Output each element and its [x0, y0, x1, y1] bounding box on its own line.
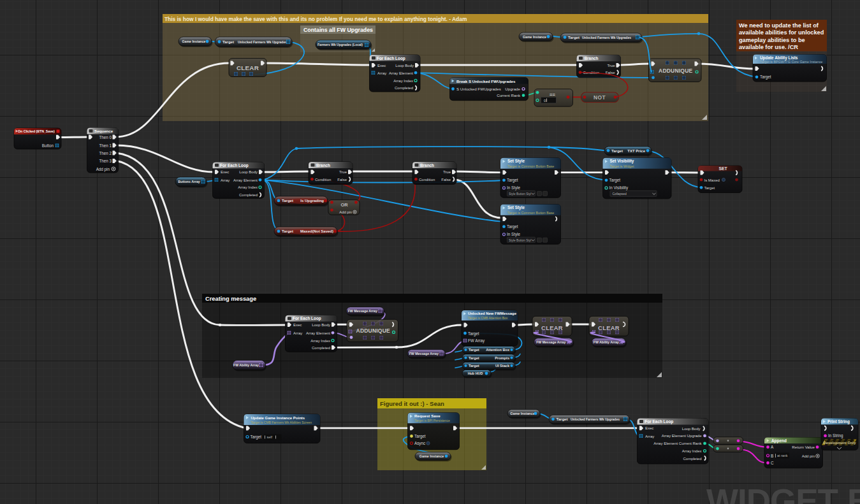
svg-text:Unlocked Farmers Wk Upgrades: Unlocked Farmers Wk Upgrades — [238, 40, 287, 44]
svg-text:CLEAR: CLEAR — [598, 324, 620, 331]
svg-text:FW Message Array: FW Message Array — [536, 340, 565, 344]
svg-text:Development Only: Development Only — [824, 441, 857, 445]
svg-text:Set Style: Set Style — [507, 205, 525, 210]
svg-text:Loop Body: Loop Body — [682, 427, 701, 431]
svg-text:Style Button Styl: Style Button Styl — [509, 239, 531, 242]
svg-text:Creating message: Creating message — [205, 296, 256, 302]
svg-text:Figured it out :) - Sean: Figured it out :) - Sean — [380, 400, 444, 407]
svg-text:S Unlocked FWUpgrades: S Unlocked FWUpgrades — [456, 87, 501, 91]
svg-text:Button: Button — [42, 143, 54, 148]
svg-text:Target: Target — [414, 434, 426, 439]
svg-text:Target: Target — [507, 178, 518, 183]
svg-text:Branch: Branch — [316, 163, 330, 168]
svg-text:FW Ability Array: FW Ability Array — [594, 340, 619, 344]
svg-text:Upgrade: Upgrade — [505, 87, 520, 91]
svg-text:available abilities for unlock: available abilities for unlocked — [739, 29, 824, 36]
svg-text:TXT Price: TXT Price — [627, 149, 645, 153]
svg-text:Branch: Branch — [585, 56, 599, 61]
svg-text:ADDUNIQUE: ADDUNIQUE — [356, 328, 390, 334]
svg-text:Collapsed: Collapsed — [613, 192, 627, 196]
svg-text:ADDUNIQUE: ADDUNIQUE — [659, 68, 692, 74]
svg-text:Array Index: Array Index — [310, 339, 330, 343]
svg-text:Target is BPGWT/ G Core Game I: Target is BPGWT/ G Core Game Instance — [760, 60, 822, 64]
svg-text:In Style: In Style — [507, 232, 520, 237]
svg-text:True: True — [443, 170, 451, 174]
svg-text:C: C — [771, 461, 774, 465]
svg-text:Exec: Exec — [377, 64, 386, 68]
svg-text:Buttons Array: Buttons Array — [178, 180, 200, 184]
svg-text:Attention Box: Attention Box — [486, 348, 510, 352]
svg-text:Request Save: Request Save — [414, 414, 441, 418]
svg-text:Array: Array — [221, 178, 230, 182]
svg-text:Array Element: Array Element — [306, 331, 330, 335]
svg-text:Target is BPI Persistence: Target is BPI Persistence — [414, 419, 450, 422]
svg-text:Add pin: Add pin — [96, 167, 110, 172]
svg-text:Target is Common Button Base: Target is Common Button Base — [507, 211, 554, 215]
svg-text:Target: Target — [282, 199, 293, 203]
svg-text:WIDGET: WIDGET — [706, 482, 838, 504]
svg-text:Then 2: Then 2 — [99, 151, 112, 155]
svg-text:Game Instance: Game Instance — [510, 412, 534, 415]
svg-text:FW Ability Array: FW Ability Array — [233, 363, 259, 367]
svg-text:Game Instance: Game Instance — [182, 40, 206, 43]
svg-text:Array Element: Array Element — [389, 71, 413, 75]
svg-text:Target: Target — [568, 36, 579, 40]
svg-text:Array: Array — [377, 71, 386, 75]
svg-text:Loop Body: Loop Body — [312, 323, 330, 327]
svg-text:Completed: Completed — [312, 346, 330, 350]
svg-text:Update Game Instance Points: Update Game Instance Points — [251, 416, 305, 420]
svg-text:Target: Target — [507, 224, 518, 229]
svg-text:Array Index: Array Index — [393, 79, 413, 83]
svg-text:Completed: Completed — [683, 457, 701, 461]
svg-text:This is how I would have make: This is how I would have make the save w… — [164, 16, 467, 22]
svg-text:B: B — [771, 454, 773, 458]
svg-text:Target is CMB Farmers Wk Abili: Target is CMB Farmers Wk Abilities Scree… — [251, 421, 312, 424]
svg-text:We need to update the list of: We need to update the list of — [739, 22, 819, 29]
svg-text:Target: Target — [222, 40, 234, 44]
svg-text:Update Ability Lists: Update Ability Lists — [760, 55, 798, 61]
svg-text:Target: Target — [468, 331, 479, 336]
svg-text:Target: Target — [704, 186, 715, 190]
svg-text:self: self — [267, 435, 273, 439]
svg-text:OR: OR — [340, 202, 348, 208]
svg-text:Completed: Completed — [239, 193, 258, 197]
svg-text:True: True — [607, 64, 615, 68]
svg-text:Exec: Exec — [221, 170, 229, 174]
svg-text:Is Upgrading: Is Upgrading — [300, 199, 324, 203]
svg-text:Array Index: Array Index — [238, 185, 258, 189]
svg-text:Is Maxed: Is Maxed — [704, 178, 720, 182]
svg-text:Current Rank: Current Rank — [497, 93, 521, 97]
svg-text:Break S Unlocked FWUpgrades: Break S Unlocked FWUpgrades — [456, 79, 516, 83]
svg-text:NOT: NOT — [594, 94, 606, 101]
svg-text:In Style: In Style — [507, 185, 520, 191]
svg-text:Print String: Print String — [827, 419, 850, 424]
svg-text:Maxed(Not Saved): Maxed(Not Saved) — [300, 229, 333, 233]
svg-text:Array Element Upgrade: Array Element Upgrade — [662, 434, 702, 438]
svg-text:Return Value: Return Value — [792, 445, 815, 449]
svg-text:Target: Target — [282, 229, 293, 233]
svg-text:Completed: Completed — [395, 86, 413, 90]
svg-text:Then 3: Then 3 — [99, 159, 112, 163]
svg-text:Prompts: Prompts — [495, 356, 509, 360]
svg-text:Condition: Condition — [315, 178, 331, 182]
svg-text:Unlocked Farmers Wk Upgrades: Unlocked Farmers Wk Upgrades — [571, 417, 620, 421]
svg-text:In String: In String — [828, 433, 843, 438]
svg-text:Target: Target — [609, 178, 621, 183]
svg-text:Sequence: Sequence — [94, 129, 113, 133]
svg-text:Async: Async — [414, 441, 425, 446]
svg-text:BP: BP — [847, 482, 860, 504]
svg-text:False: False — [337, 178, 347, 182]
svg-text:For Each Loop: For Each Loop — [645, 419, 674, 424]
svg-text:SET: SET — [718, 166, 727, 171]
svg-text:For Each Loop: For Each Loop — [293, 316, 321, 321]
svg-text:gameplay abilities to be: gameplay abilities to be — [739, 37, 805, 43]
svg-text:Farmers Wk Upgrades (Local): Farmers Wk Upgrades (Local) — [317, 43, 363, 47]
svg-text:Array Index: Array Index — [682, 449, 702, 453]
svg-text:Add pin: Add pin — [802, 454, 815, 458]
svg-text:Array: Array — [293, 331, 302, 335]
svg-text:Set Visibility: Set Visibility — [610, 159, 634, 164]
svg-text:Target: Target — [469, 348, 479, 352]
svg-text:Array Element Current Rank: Array Element Current Rank — [653, 442, 702, 445]
svg-text:Array: Array — [645, 435, 654, 438]
svg-text:FW Array: FW Array — [468, 338, 485, 343]
